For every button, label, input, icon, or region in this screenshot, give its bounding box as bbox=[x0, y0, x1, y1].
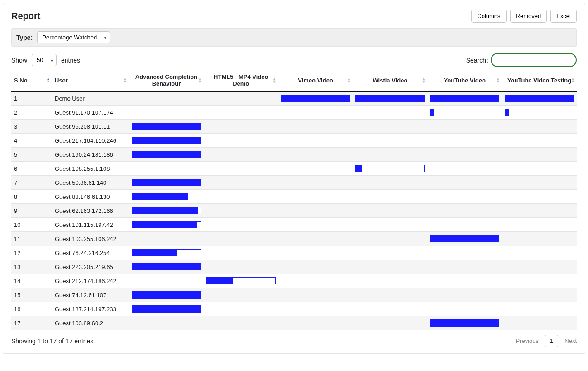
previous-button[interactable]: Previous bbox=[516, 337, 539, 344]
progress-fill bbox=[132, 123, 201, 130]
column-header-vimeo[interactable]: Vimeo Video▲▼ bbox=[278, 70, 353, 91]
cell-sno: 11 bbox=[11, 232, 52, 246]
column-header-adv[interactable]: Advanced Completion Behaviour▲▼ bbox=[129, 70, 204, 91]
header-buttons: Columns Removed Excel bbox=[471, 10, 577, 23]
cell-user: Guest 50.86.61.140 bbox=[52, 176, 129, 190]
column-header-label: S.No. bbox=[14, 77, 29, 84]
progress-bar bbox=[132, 249, 201, 256]
cell-mp4 bbox=[204, 134, 278, 148]
progress-bar bbox=[505, 95, 574, 102]
progress-fill bbox=[132, 207, 198, 214]
cell-adv bbox=[129, 246, 204, 260]
page-length-select[interactable]: 50 bbox=[32, 54, 57, 66]
cell-youtube bbox=[427, 148, 502, 162]
cell-wistia bbox=[353, 302, 427, 316]
cell-vimeo bbox=[278, 120, 353, 134]
progress-fill bbox=[132, 292, 201, 298]
header-row: Report Columns Removed Excel bbox=[11, 10, 577, 23]
progress-bar bbox=[430, 95, 499, 102]
cell-mp4 bbox=[204, 274, 278, 288]
cell-mp4 bbox=[204, 232, 278, 246]
column-header-mp4[interactable]: HTML5 - MP4 Video Demo▲▼ bbox=[204, 70, 278, 91]
cell-adv bbox=[129, 232, 204, 246]
cell-vimeo bbox=[278, 176, 353, 190]
next-button[interactable]: Next bbox=[564, 337, 577, 344]
cell-user: Guest 88.146.61.130 bbox=[52, 190, 129, 204]
cell-yttest bbox=[502, 316, 577, 330]
progress-fill bbox=[132, 193, 188, 200]
cell-sno: 10 bbox=[11, 218, 52, 232]
cell-adv bbox=[129, 120, 204, 134]
cell-vimeo bbox=[278, 316, 353, 330]
table-row: 8Guest 88.146.61.130 bbox=[11, 190, 577, 204]
column-header-user[interactable]: User▲▼ bbox=[52, 70, 129, 91]
progress-fill bbox=[132, 179, 201, 186]
cell-yttest bbox=[502, 148, 577, 162]
column-header-youtube[interactable]: YouTube Video▲▼ bbox=[427, 70, 502, 91]
removed-button[interactable]: Removed bbox=[510, 10, 547, 23]
progress-bar bbox=[355, 165, 425, 172]
cell-mp4 bbox=[204, 302, 278, 316]
cell-sno: 17 bbox=[11, 316, 52, 330]
progress-fill bbox=[505, 95, 574, 101]
cell-mp4 bbox=[204, 190, 278, 204]
page-title: Report bbox=[11, 11, 40, 21]
progress-fill bbox=[132, 306, 201, 312]
cell-vimeo bbox=[278, 288, 353, 302]
cell-yttest bbox=[502, 232, 577, 246]
cell-wistia bbox=[353, 288, 427, 302]
cell-user: Guest 217.164.110.246 bbox=[52, 134, 129, 148]
table-row: 15Guest 74.12.61.107 bbox=[11, 288, 577, 302]
cell-youtube bbox=[427, 288, 502, 302]
column-header-yttest[interactable]: YouTube Video Testing▲▼ bbox=[502, 70, 577, 91]
page-number[interactable]: 1 bbox=[545, 335, 558, 347]
column-header-wistia[interactable]: Wistia Video▲▼ bbox=[353, 70, 427, 91]
cell-user: Guest 187.214.197.233 bbox=[52, 302, 129, 316]
cell-adv bbox=[129, 134, 204, 148]
columns-button[interactable]: Columns bbox=[471, 10, 506, 23]
cell-vimeo bbox=[278, 106, 353, 120]
sort-icon: ▲▼ bbox=[198, 77, 202, 83]
search-input[interactable] bbox=[491, 53, 577, 67]
cell-youtube bbox=[427, 204, 502, 218]
cell-vimeo bbox=[278, 91, 353, 106]
length-control: Show 50 ▾ entries bbox=[11, 54, 80, 66]
progress-bar bbox=[132, 291, 201, 299]
cell-wistia bbox=[353, 246, 427, 260]
progress-fill bbox=[132, 137, 201, 144]
column-header-label: YouTube Video Testing bbox=[507, 77, 571, 84]
progress-bar bbox=[132, 179, 201, 186]
cell-wistia bbox=[353, 91, 427, 106]
cell-youtube bbox=[427, 218, 502, 232]
cell-yttest bbox=[502, 288, 577, 302]
cell-vimeo bbox=[278, 260, 353, 274]
table-row: 14Guest 212.174.186.242 bbox=[11, 274, 577, 288]
progress-fill bbox=[132, 222, 197, 228]
cell-adv bbox=[129, 274, 204, 288]
column-header-sno[interactable]: S.No.▲▼ bbox=[11, 70, 52, 91]
cell-yttest bbox=[502, 91, 577, 106]
cell-adv bbox=[129, 162, 204, 176]
column-header-label: User bbox=[55, 77, 68, 84]
cell-sno: 15 bbox=[11, 288, 52, 302]
table-row: 16Guest 187.214.197.233 bbox=[11, 302, 577, 316]
cell-sno: 5 bbox=[11, 148, 52, 162]
cell-user: Guest 190.24.181.186 bbox=[52, 148, 129, 162]
cell-youtube bbox=[427, 274, 502, 288]
excel-button[interactable]: Excel bbox=[550, 10, 577, 23]
table-row: 10Guest 101.115.197.42 bbox=[11, 218, 577, 232]
progress-fill bbox=[356, 95, 424, 101]
entries-label: entries bbox=[61, 57, 80, 64]
progress-bar bbox=[132, 221, 201, 228]
progress-bar bbox=[132, 263, 201, 270]
cell-wistia bbox=[353, 120, 427, 134]
cell-adv bbox=[129, 91, 204, 106]
type-select[interactable]: Percentage Watched bbox=[37, 31, 110, 43]
search-control: Search: bbox=[466, 53, 577, 67]
sort-icon: ▲▼ bbox=[496, 77, 500, 83]
cell-sno: 14 bbox=[11, 274, 52, 288]
cell-adv bbox=[129, 260, 204, 274]
cell-user: Guest 103.89.60.2 bbox=[52, 316, 129, 330]
progress-bar bbox=[206, 277, 276, 284]
cell-wistia bbox=[353, 232, 427, 246]
